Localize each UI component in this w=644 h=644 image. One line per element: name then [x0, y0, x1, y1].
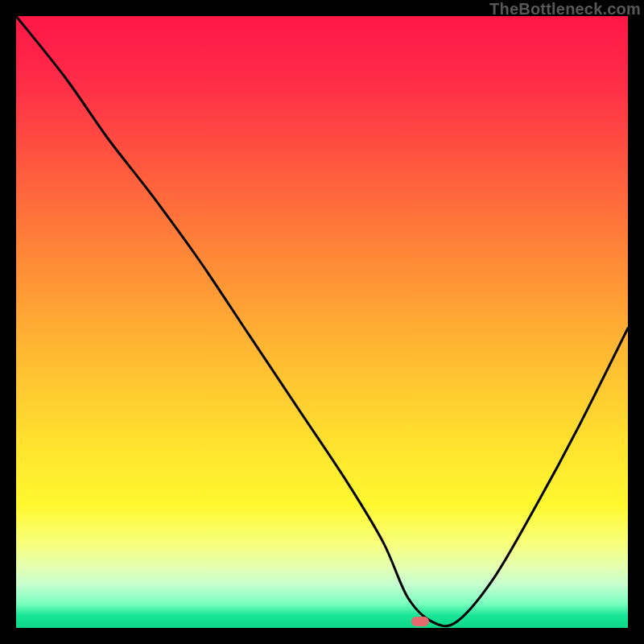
- chart-curve: [16, 16, 628, 628]
- chart-plot-area: [16, 16, 628, 628]
- chart-frame: [16, 16, 628, 628]
- optimal-point-marker: [411, 617, 429, 626]
- bottleneck-curve-path: [16, 16, 628, 626]
- watermark-text: TheBottleneck.com: [489, 0, 641, 19]
